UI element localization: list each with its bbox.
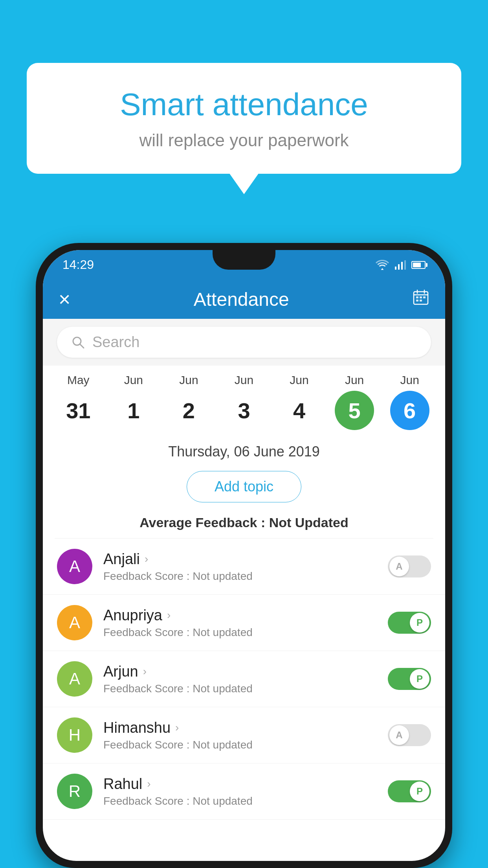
phone-inner: 14:29 [43, 250, 445, 861]
chevron-right-icon: › [167, 609, 171, 622]
chevron-right-icon: › [147, 778, 150, 790]
app-bar: × Attendance [43, 280, 445, 319]
search-bar[interactable]: Search [57, 327, 431, 358]
feedback-score: Feedback Score : Not updated [103, 682, 377, 695]
feedback-score: Feedback Score : Not updated [103, 570, 377, 583]
student-info: Himanshu ›Feedback Score : Not updated [103, 719, 377, 751]
speech-bubble-title: Smart attendance [58, 86, 430, 123]
feedback-score: Feedback Score : Not updated [103, 739, 377, 751]
feedback-score: Feedback Score : Not updated [103, 626, 377, 639]
status-icons [375, 259, 426, 270]
svg-rect-6 [423, 296, 426, 298]
svg-rect-5 [420, 296, 422, 298]
svg-rect-4 [416, 296, 418, 298]
date-item[interactable]: Jun6 [386, 373, 433, 430]
student-info: Arjun ›Feedback Score : Not updated [103, 663, 377, 695]
toggle-container[interactable]: A [388, 555, 431, 577]
student-name: Himanshu › [103, 719, 377, 736]
attendance-toggle[interactable]: P [388, 668, 431, 690]
chevron-right-icon: › [145, 553, 148, 565]
date-item[interactable]: Jun5 [331, 373, 378, 430]
student-info: Anupriya ›Feedback Score : Not updated [103, 607, 377, 639]
search-placeholder: Search [92, 334, 417, 351]
toggle-container[interactable]: P [388, 612, 431, 634]
student-name: Arjun › [103, 663, 377, 680]
date-day: 5 [335, 391, 374, 430]
student-item[interactable]: AArjun ›Feedback Score : Not updatedP [43, 651, 445, 707]
date-day: 6 [390, 391, 429, 430]
feedback-score: Feedback Score : Not updated [103, 795, 377, 807]
speech-bubble: Smart attendance will replace your paper… [27, 63, 461, 174]
toggle-container[interactable]: P [388, 780, 431, 802]
calendar-button[interactable] [412, 289, 429, 310]
add-topic-section: Add topic [43, 464, 445, 509]
avatar: R [57, 774, 92, 809]
avatar: A [57, 605, 92, 640]
student-name: Rahul › [103, 776, 377, 793]
svg-rect-7 [416, 300, 418, 302]
date-month: Jun [179, 373, 198, 387]
date-month: Jun [124, 373, 143, 387]
date-month: Jun [235, 373, 253, 387]
toggle-knob: P [410, 613, 429, 633]
phone-frame: 14:29 [36, 243, 452, 868]
attendance-toggle[interactable]: A [388, 724, 431, 746]
student-item[interactable]: AAnupriya ›Feedback Score : Not updatedP [43, 595, 445, 651]
date-item[interactable]: Jun1 [110, 373, 157, 430]
close-button[interactable]: × [59, 287, 70, 311]
student-item[interactable]: AAnjali ›Feedback Score : Not updatedA [43, 539, 445, 595]
date-day: 4 [280, 391, 319, 430]
toggle-knob: P [410, 669, 429, 689]
calendar-icon [412, 289, 429, 306]
student-item[interactable]: HHimanshu ›Feedback Score : Not updatedA [43, 707, 445, 763]
date-row: May31Jun1Jun2Jun3Jun4Jun5Jun6 [43, 366, 445, 434]
average-feedback-text: Average Feedback : [139, 515, 269, 530]
attendance-toggle[interactable]: P [388, 780, 431, 802]
avatar: A [57, 661, 92, 697]
add-topic-button[interactable]: Add topic [187, 471, 301, 502]
signal-icon [395, 260, 406, 270]
date-day: 2 [169, 391, 208, 430]
date-month: Jun [345, 373, 364, 387]
svg-rect-8 [420, 300, 422, 302]
student-info: Rahul ›Feedback Score : Not updated [103, 776, 377, 807]
date-day: 3 [224, 391, 264, 430]
selected-date-header: Thursday, 06 June 2019 [43, 434, 445, 464]
date-item[interactable]: May31 [55, 373, 102, 430]
average-feedback-label: Average Feedback : Not Updated [43, 509, 445, 538]
chevron-right-icon: › [143, 665, 147, 678]
toggle-container[interactable]: P [388, 668, 431, 690]
toggle-container[interactable]: A [388, 724, 431, 746]
date-day: 31 [59, 391, 98, 430]
wifi-icon [375, 259, 389, 270]
search-icon [71, 335, 85, 349]
speech-bubble-container: Smart attendance will replace your paper… [27, 63, 461, 174]
student-item[interactable]: RRahul ›Feedback Score : Not updatedP [43, 763, 445, 820]
student-list: AAnjali ›Feedback Score : Not updatedAAA… [43, 539, 445, 820]
svg-line-10 [80, 344, 84, 348]
student-name: Anupriya › [103, 607, 377, 624]
average-feedback-value: Not Updated [269, 515, 349, 530]
phone-notch [213, 250, 275, 270]
status-time: 14:29 [62, 257, 94, 272]
toggle-knob: P [410, 782, 429, 801]
date-month: Jun [400, 373, 419, 387]
toggle-knob: A [389, 725, 409, 745]
student-info: Anjali ›Feedback Score : Not updated [103, 551, 377, 583]
date-item[interactable]: Jun4 [276, 373, 323, 430]
attendance-toggle[interactable]: A [388, 555, 431, 577]
chevron-right-icon: › [175, 721, 179, 734]
search-container: Search [43, 319, 445, 366]
date-item[interactable]: Jun2 [165, 373, 212, 430]
student-name: Anjali › [103, 551, 377, 568]
speech-bubble-subtitle: will replace your paperwork [58, 131, 430, 150]
attendance-toggle[interactable]: P [388, 612, 431, 634]
app-bar-title: Attendance [194, 289, 289, 310]
toggle-knob: A [389, 557, 409, 576]
date-day: 1 [114, 391, 153, 430]
date-month: Jun [290, 373, 308, 387]
avatar: H [57, 717, 92, 753]
battery-icon [411, 261, 426, 269]
date-item[interactable]: Jun3 [220, 373, 268, 430]
avatar: A [57, 549, 92, 584]
